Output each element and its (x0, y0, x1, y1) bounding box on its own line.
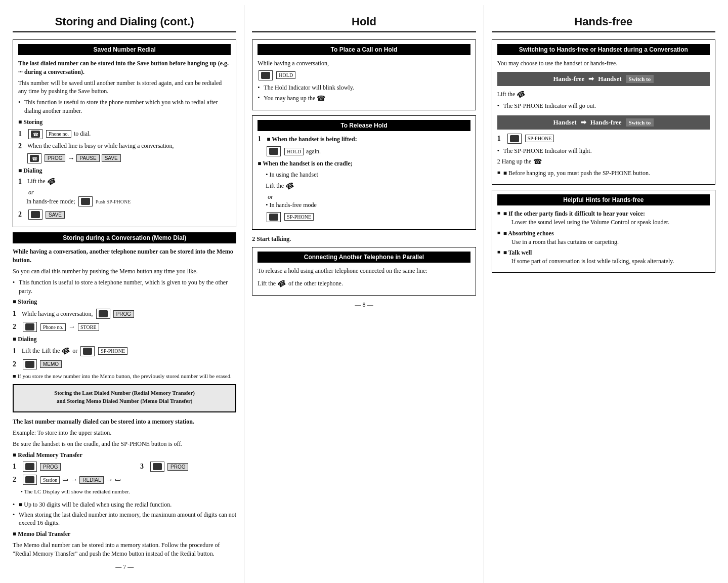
last-dialed-title: Storing the Last Dialed Number (Redial M… (19, 389, 230, 405)
sp-phone-box3: SP-PHONE (525, 135, 554, 142)
hint1: ■ If the other party finds it difficult … (497, 210, 710, 227)
arrow-icon2: ➡ (581, 118, 586, 127)
release-hold-section: To Release Hold 1 ■ When the handset is … (252, 115, 476, 229)
push-sp-label: Push SP-PHONE (96, 199, 131, 204)
svg-rect-10 (25, 463, 34, 470)
col2-title: Hold (252, 15, 476, 32)
prog-btn-4: PROG (167, 463, 188, 471)
md-storing-step2: 2 Phone no. → STORE (13, 322, 236, 332)
phone-icon-hs (507, 134, 522, 144)
redial-memory-title: ■ Redial Memory Transfer (13, 451, 236, 460)
md-dial-step1: 1 Lift the Lift the ☎ or SP-PHONE (13, 346, 236, 356)
md-dial-step2: 2 MEMO (13, 359, 236, 369)
station-box: Station (40, 476, 60, 484)
saved-number-redial-title: Saved Number Redial (18, 44, 231, 55)
hold-step1: HOLD (258, 70, 470, 80)
svg-rect-12 (153, 463, 162, 470)
phone-icon-6 (23, 322, 37, 332)
md-storing-step1: 1 While having a conversation, PROG (13, 309, 236, 319)
storing-during-body1: While having a conversation, another tel… (13, 247, 236, 265)
storing-step2: 2 When the called line is busy or while … (18, 142, 231, 150)
pause-save-btn: SAVE (46, 211, 65, 219)
phone-icon-8 (23, 359, 37, 369)
storing-during-body2: So you can dial this number by pushing t… (13, 267, 236, 276)
svg-text:☎: ☎ (32, 156, 37, 161)
dialing-step1-hands: In hands-free mode; Push SP-PHONE (26, 196, 231, 206)
phone-icon-3 (78, 196, 93, 206)
handset-icon-lift: ☎ (284, 180, 296, 192)
last-dialed-body2: Example: To store into the upper station… (13, 429, 236, 437)
up30-note2: When storing the last dialed number into… (13, 511, 236, 528)
redial-step2: 2 Station → REDIAL → (13, 475, 130, 485)
helpful-hints-title: Helpful Hints for Hands-free (497, 194, 710, 205)
lift-text: Lift the (266, 182, 284, 190)
col1-page-num: — 7 — (13, 563, 236, 571)
or-divider: or (28, 189, 231, 196)
handset-icon-hf1: ☎ (516, 89, 527, 100)
hf-label2: Hands-free (590, 118, 622, 127)
hf-to-handset-box: Hands-free ➡ Handset Switch to (497, 72, 710, 86)
dialing-step1: 1 Lift the ☎ (18, 177, 231, 186)
connecting-body: To release a hold using another telephon… (258, 267, 470, 275)
handset-label2: Handset (553, 118, 576, 127)
store-box: STORE (78, 323, 99, 331)
column-2: Hold To Place a Call on Hold While havin… (244, 5, 484, 583)
place-on-hold-section: To Place a Call on Hold While having a c… (252, 39, 476, 110)
handset-icon-parallel: ☎ (276, 278, 288, 289)
in-handset-label: • In using the handset (266, 171, 470, 179)
svg-rect-14 (269, 148, 278, 155)
save-btn: SAVE (102, 154, 121, 162)
lc-display-note: • The LC Display will show the redialed … (21, 488, 130, 495)
svg-rect-15 (269, 214, 278, 221)
prog-btn-3: PROG (40, 463, 61, 471)
svg-rect-4 (81, 198, 90, 205)
phone-icon-5 (96, 309, 110, 319)
storing-step1-text: to dial. (74, 130, 91, 138)
sp-phone-box: SP-PHONE (98, 347, 127, 355)
handset-icon-hold: ☎ (317, 94, 325, 104)
svg-rect-11 (25, 476, 34, 483)
hold-bullet2: You may hang up the ☎ (258, 94, 470, 104)
col3-title: Hands-free (492, 15, 715, 32)
hf-step1: Lift the ☎ (497, 90, 710, 99)
saved-redial-body2: This number will be saved until another … (18, 79, 231, 96)
last-dialed-section: Storing the Last Dialed Number (Redial M… (13, 384, 236, 412)
phone-icon-2: ☎ (27, 153, 41, 163)
hs-bullet2: ■ Before hanging up, you must push the S… (497, 169, 710, 178)
phone-no-box: Phone no. (46, 130, 71, 138)
dialing-label: ■ Dialing (18, 166, 231, 175)
storing-during-title: Storing during a Conversation (Memo Dial… (13, 232, 236, 243)
phone-icon-release (267, 146, 281, 156)
svg-rect-9 (25, 361, 34, 368)
release-step1-text: ■ When the handset is being lifted: (267, 136, 357, 143)
switch-to-label1: Switch to (626, 75, 654, 83)
phone-no-box2: Phone no. (40, 323, 66, 331)
md-step1-text: While having a conversation, (22, 310, 93, 318)
switching-title: Switching to Hands-free or Handset durin… (497, 44, 710, 55)
hs-bullet1: The SP-PHONE Indicator will light. (497, 147, 710, 155)
hf-bullet1: The SP-PHONE Indicator will go out. (497, 102, 710, 110)
phone-icon-11 (150, 462, 164, 472)
last-dialed-body3: Be sure the handset is on the cradle, an… (13, 440, 236, 448)
handset-icon-2: ☎ (60, 345, 72, 357)
hint2: ■ Absorbing echoes Use in a room that ha… (497, 229, 710, 246)
storing-during-section: Storing during a Conversation (Memo Dial… (13, 232, 236, 380)
hs-step2: 2 Hang up the ☎ (497, 157, 710, 166)
switch-to-label2: Switch to (626, 118, 654, 127)
storing-step2-text: When the called line is busy or while ha… (27, 142, 174, 150)
release-step1-buttons: HOLD again. (266, 146, 470, 156)
col1-title: Storing and Dialing (cont.) (13, 15, 236, 32)
md-dialing-label: ■ Dialing (13, 335, 236, 344)
svg-rect-5 (31, 211, 40, 218)
memo-note: ■ If you store the new number into the M… (13, 372, 236, 380)
memo-btn: MEMO (40, 360, 62, 368)
storing-during-bullet1: This function is useful to store a telep… (13, 278, 236, 296)
helpful-hints-section: Helpful Hints for Hands-free ■ If the ot… (492, 190, 715, 273)
redial-step1: 1 PROG (13, 462, 130, 472)
hands-free-mode-label: • In hands-free mode (266, 201, 470, 210)
again-text: again. (306, 148, 321, 155)
connecting-lift-text: Lift the (258, 280, 276, 287)
hands-free-row: SP-PHONE (266, 212, 470, 222)
redial-steps-left: 1 PROG 2 Station → REDIAL → (13, 462, 130, 498)
handset-label: Handset (598, 75, 621, 83)
